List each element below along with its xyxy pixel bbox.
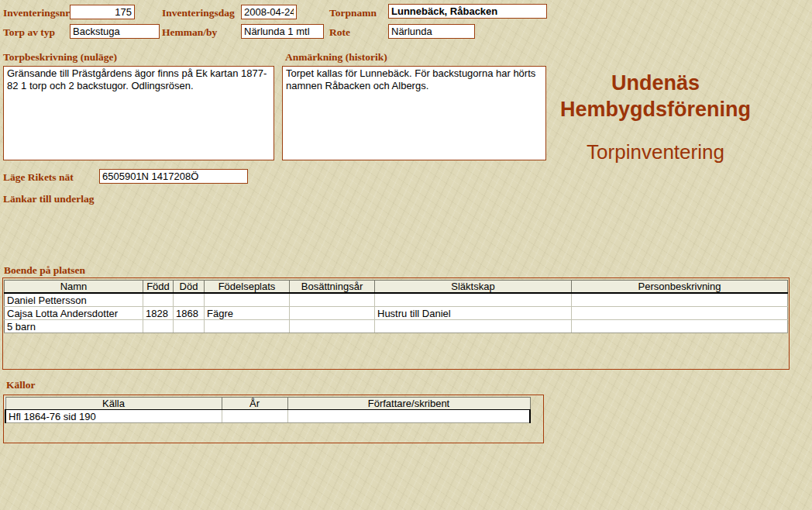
anmarkning-textarea[interactable]: Torpet kallas för Lunnebäck. För backstu… bbox=[282, 66, 546, 160]
lage-rikets-nat-input[interactable] bbox=[99, 169, 248, 184]
page-title: Torpinventering bbox=[552, 140, 759, 164]
label-inventeringsdag: Inventeringsdag bbox=[162, 7, 235, 19]
resident-personbeskrivning-cell[interactable] bbox=[572, 307, 788, 320]
resident-personbeskrivning-cell[interactable] bbox=[572, 293, 788, 307]
residents-col-bosattningsar: Bosättningsår bbox=[290, 281, 375, 294]
source-row: Hfl 1864-76 sid 190 bbox=[5, 410, 530, 423]
resident-slaktskap-cell[interactable] bbox=[375, 320, 572, 333]
residents-col-personbeskrivning: Personbeskrivning bbox=[572, 281, 788, 294]
sources-col-forfattare: Författare/skribent bbox=[287, 398, 530, 410]
label-anmarkning: Anmärkning (historik) bbox=[285, 51, 387, 63]
label-torpnamn: Torpnamn bbox=[329, 7, 377, 19]
residents-table: Namn Född Död Födelseplats Bosättningsår… bbox=[4, 280, 788, 333]
residents-col-dod: Död bbox=[174, 281, 205, 294]
resident-namn-cell[interactable]: Cajsa Lotta Andersdotter bbox=[5, 307, 143, 320]
resident-dod-cell[interactable]: 1868 bbox=[174, 307, 205, 320]
organization-title-line2: Hembygdsförening bbox=[552, 96, 759, 122]
organization-title-line1: Undenäs bbox=[552, 70, 759, 96]
resident-dod-cell[interactable] bbox=[174, 293, 205, 307]
residents-col-slaktskap: Släktskap bbox=[375, 281, 572, 294]
resident-slaktskap-cell[interactable]: Hustru till Daniel bbox=[375, 307, 572, 320]
resident-row: Daniel Pettersson bbox=[5, 293, 788, 307]
residents-col-fodd: Född bbox=[143, 281, 174, 294]
sources-col-kalla: Källa bbox=[5, 398, 222, 410]
resident-dod-cell[interactable] bbox=[174, 320, 205, 333]
inventeringsdag-input[interactable] bbox=[241, 5, 297, 19]
organization-title: Undenäs Hembygdsförening bbox=[552, 70, 759, 122]
label-rote: Rote bbox=[329, 26, 350, 38]
label-inventeringsnr: Inventeringsnr bbox=[3, 7, 70, 19]
source-forfattare-cell[interactable] bbox=[287, 410, 530, 423]
torpinventering-form: Inventeringsnr Inventeringsdag Torpnamn … bbox=[0, 0, 812, 510]
torpnamn-input[interactable] bbox=[388, 4, 547, 19]
resident-row: 5 barn bbox=[5, 320, 788, 333]
residents-header-row: Namn Född Död Födelseplats Bosättningsår… bbox=[5, 281, 788, 294]
sources-table: Källa År Författare/skribent Hfl 1864-76… bbox=[5, 397, 531, 423]
resident-personbeskrivning-cell[interactable] bbox=[572, 320, 788, 333]
rote-input[interactable] bbox=[388, 24, 475, 39]
label-boende-pa-platsen: Boende på platsen bbox=[4, 264, 85, 276]
resident-bosattningsar-cell[interactable] bbox=[290, 307, 375, 320]
resident-bosattningsar-cell[interactable] bbox=[290, 293, 375, 307]
resident-fodelseplats-cell[interactable]: Fägre bbox=[205, 307, 290, 320]
sources-col-ar: År bbox=[222, 398, 287, 410]
resident-row: Cajsa Lotta Andersdotter 1828 1868 Fägre… bbox=[5, 307, 788, 320]
source-kalla-cell[interactable]: Hfl 1864-76 sid 190 bbox=[5, 410, 222, 423]
resident-fodelseplats-cell[interactable] bbox=[205, 293, 290, 307]
label-torpbeskrivning: Torpbeskrivning (nuläge) bbox=[3, 51, 117, 63]
torp-av-typ-input[interactable] bbox=[70, 24, 160, 39]
residents-col-namn: Namn bbox=[5, 281, 143, 294]
hemman-by-input[interactable] bbox=[241, 24, 324, 39]
resident-namn-cell[interactable]: Daniel Pettersson bbox=[5, 293, 143, 307]
label-kallor: Källor bbox=[6, 379, 36, 391]
label-hemman-by: Hemman/by bbox=[162, 26, 217, 38]
torpbeskrivning-textarea[interactable]: Gränsande till Prästgårdens ägor finns p… bbox=[3, 66, 274, 160]
resident-namn-cell[interactable]: 5 barn bbox=[5, 320, 143, 333]
source-ar-cell[interactable] bbox=[222, 410, 287, 423]
label-lage-rikets-nat: Läge Rikets nät bbox=[3, 171, 74, 183]
resident-fodd-cell[interactable] bbox=[143, 293, 174, 307]
sources-header-row: Källa År Författare/skribent bbox=[5, 398, 530, 410]
residents-col-fodelseplats: Födelseplats bbox=[205, 281, 290, 294]
resident-fodd-cell[interactable] bbox=[143, 320, 174, 333]
label-torp-av-typ: Torp av typ bbox=[3, 26, 55, 38]
resident-bosattningsar-cell[interactable] bbox=[290, 320, 375, 333]
resident-fodd-cell[interactable]: 1828 bbox=[143, 307, 174, 320]
resident-fodelseplats-cell[interactable] bbox=[205, 320, 290, 333]
label-lankar-till-underlag: Länkar till underlag bbox=[3, 193, 95, 205]
resident-slaktskap-cell[interactable] bbox=[375, 293, 572, 307]
inventeringsnr-input[interactable] bbox=[70, 5, 135, 19]
